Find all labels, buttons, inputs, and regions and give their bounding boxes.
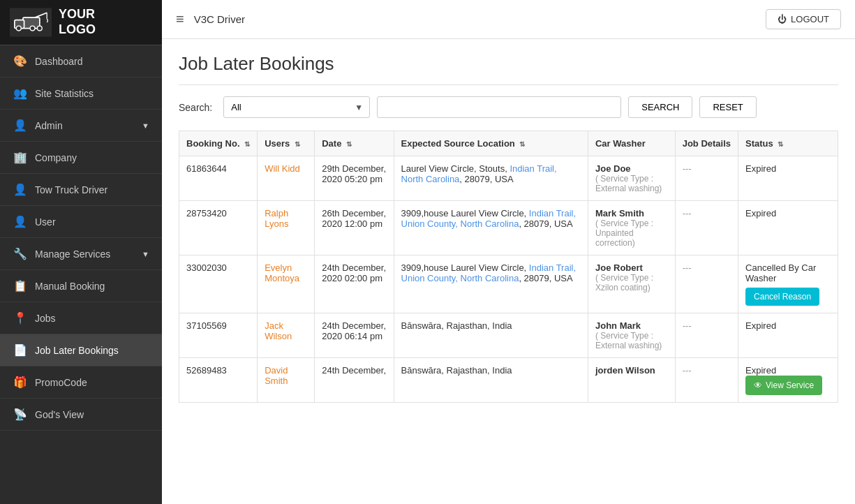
sidebar-item-jobs[interactable]: 📍 Jobs [0,302,162,334]
sort-icon: ⇅ [519,140,525,148]
location-text: Bānswāra, Rajasthan, India [401,320,512,331]
sidebar-item-label: Tow Truck Driver [35,184,107,195]
location-text: Laurel View Circle, Stouts, Indian Trail… [401,163,557,184]
user-icon: 👤 [13,215,28,228]
cell-car-washer: Joe Doe ( Service Type : External washin… [588,156,675,201]
sidebar-item-label: God's View [35,409,84,420]
cell-status: Expired [738,313,838,358]
sidebar-item-tow-truck-driver[interactable]: 👤 Tow Truck Driver [0,174,162,206]
sidebar-item-job-later-bookings[interactable]: 📄 Job Later Bookings [0,334,162,366]
service-type: ( Service Type : External washing) [595,331,668,350]
sidebar-item-promo-code[interactable]: 🎁 PromoCode [0,366,162,399]
col-booking-no[interactable]: Booking No. ⇅ [179,131,258,156]
user-link[interactable]: David Smith [265,365,288,386]
sidebar-item-company[interactable]: 🏢 Company [0,142,162,174]
sidebar-item-manage-services[interactable]: 🔧 Manage Services ▼ [0,238,162,270]
view-service-button[interactable]: 👁 View Service [745,376,822,395]
sidebar-item-label: Job Later Bookings [35,345,119,356]
search-label: Search: [179,102,212,113]
status-badge: Expired [745,208,776,218]
cell-booking-no: 61863644 [179,156,258,201]
sort-icon: ⇅ [244,140,250,148]
status-badge: Cancelled By Car Washer [745,262,816,283]
col-users[interactable]: Users ⇅ [258,131,315,156]
search-input[interactable] [377,96,621,118]
logout-button[interactable]: ⏻ LOGOUT [766,9,841,29]
cell-status: Expired [738,201,838,255]
car-washer-name: jorden Wilson [595,365,655,376]
view-service-label: View Service [766,380,814,390]
col-source-location[interactable]: Expected Source Location ⇅ [394,131,588,156]
status-badge: Expired [745,320,776,331]
car-washer-name: John Mark [595,320,641,331]
city-text: Indian Trail, North Carolina [401,163,557,184]
svg-point-4 [30,26,35,31]
cell-job-details: --- [675,358,738,403]
gods-view-icon: 📡 [13,408,28,421]
sidebar-item-site-statistics[interactable]: 👥 Site Statistics [0,77,162,110]
sidebar-item-gods-view[interactable]: 📡 God's View [0,399,162,431]
table-row: 61863644 Will Kidd 29th December, 2020 0… [179,156,838,201]
cell-user: Jack Wilson [258,313,315,358]
search-button[interactable]: SEARCH [628,96,692,118]
cell-date: 26th December, 2020 12:00 pm [315,201,394,255]
table-row: 37105569 Jack Wilson 24th December, 2020… [179,313,838,358]
svg-point-3 [16,26,21,31]
sort-icon: ⇅ [778,140,783,148]
cell-location: Laurel View Circle, Stouts, Indian Trail… [394,156,588,201]
table-row: 52689483 David Smith 24th December, Bāns… [179,358,838,403]
user-link[interactable]: Ralph Lyons [265,208,288,229]
reset-button[interactable]: RESET [699,96,756,118]
cell-date: 29th December, 2020 05:20 pm [315,156,394,201]
col-date[interactable]: Date ⇅ [315,131,394,156]
service-type: ( Service Type : Xzilon coating) [595,273,668,292]
table-row: 33002030 Evelyn Montoya 24th December, 2… [179,255,838,313]
sidebar-item-admin[interactable]: 👤 Admin ▼ [0,110,162,142]
dashboard-icon: 🎨 [13,54,28,68]
user-link[interactable]: Jack Wilson [265,320,292,341]
col-status[interactable]: Status ⇅ [738,131,838,156]
status-badge: Expired [745,163,776,174]
cell-location: 3909,house Laurel View Circle, Indian Tr… [394,201,588,255]
sidebar-nav: 🎨 Dashboard 👥 Site Statistics 👤 Admin ▼ … [0,45,162,504]
jobs-icon: 📍 [13,311,28,325]
sidebar-item-user[interactable]: 👤 User [0,206,162,238]
topbar-title: V3C Driver [194,13,245,25]
sidebar-item-label: Dashboard [35,56,83,67]
cell-user: Will Kidd [258,156,315,201]
cell-location: Bānswāra, Rajasthan, India [394,358,588,403]
table-body: 61863644 Will Kidd 29th December, 2020 0… [179,156,838,403]
manual-booking-icon: 📋 [13,279,28,292]
menu-icon[interactable]: ≡ [176,11,184,27]
col-booking-no-label: Booking No. [186,138,240,149]
cell-location: Bānswāra, Rajasthan, India [394,313,588,358]
cancel-reason-button[interactable]: Cancel Reason [745,288,819,306]
col-car-washer-label: Car Washer [595,138,646,149]
cell-booking-no: 28753420 [179,201,258,255]
col-source-location-label: Expected Source Location [401,138,515,149]
service-type: ( Service Type : External washing) [595,174,668,193]
col-users-label: Users [265,138,290,149]
cell-car-washer: John Mark ( Service Type : External wash… [588,313,675,358]
sidebar-item-label: Site Statistics [35,88,94,99]
user-link[interactable]: Will Kidd [265,163,300,174]
sidebar-item-dashboard[interactable]: 🎨 Dashboard [0,45,162,77]
col-date-label: Date [322,138,341,149]
sidebar-item-manual-booking[interactable]: 📋 Manual Booking [0,270,162,302]
topbar: ≡ V3C Driver ⏻ LOGOUT [162,0,855,39]
cell-date: 24th December, [315,358,394,403]
location-text: Bānswāra, Rajasthan, India [401,365,512,376]
location-text: 3909,house Laurel View Circle, Indian Tr… [401,208,577,229]
cell-date: 24th December, 2020 06:14 pm [315,313,394,358]
user-link[interactable]: Evelyn Montoya [265,262,299,283]
sidebar-logo: YOUR LOGO [0,0,162,45]
search-select[interactable]: All Booking No. Users Date Status [223,96,370,118]
col-car-washer: Car Washer [588,131,675,156]
cell-status: Expired [738,156,838,201]
col-job-details: Job Details [675,131,738,156]
page-content: Job Later Bookings Search: All Booking N… [162,39,855,504]
manage-services-icon: 🔧 [13,247,28,260]
logout-label: LOGOUT [791,14,829,24]
cell-booking-no: 37105569 [179,313,258,358]
cell-user: David Smith [258,358,315,403]
